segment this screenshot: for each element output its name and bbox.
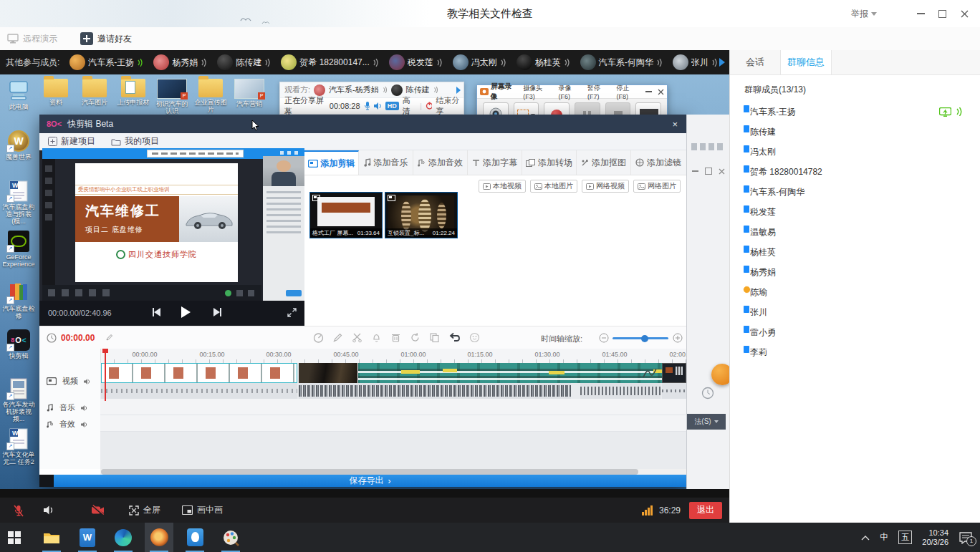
member-row[interactable]: 陈瑜 [730,282,980,302]
report-button[interactable]: 举报 [851,6,877,21]
member-row[interactable]: 汽车系-何陶华 [730,182,980,202]
camera-off-icon[interactable] [91,505,105,515]
start-button[interactable] [0,523,29,552]
member-row[interactable]: 冯太刚 [730,142,980,162]
sfx-track[interactable] [100,415,686,432]
member-row[interactable]: 陈传建 [730,122,980,142]
play-button[interactable] [181,306,191,318]
prev-frame-button[interactable] [153,308,160,316]
minimize-icon[interactable] [645,91,652,92]
music-track[interactable] [100,399,686,415]
member-row[interactable]: 杨桂英 [730,242,980,262]
desktop-icon-kuaijianji[interactable]: 8O< ↗ 快剪辑 [0,329,37,359]
close-icon[interactable] [658,89,664,95]
new-project-button[interactable]: 新建项目 [48,135,95,147]
scrollbar-thumb[interactable] [101,469,638,475]
taskbar-edge[interactable] [109,523,138,552]
member-row[interactable]: 贺希 18280014782 [730,162,980,182]
zoom-out-icon[interactable] [599,333,609,343]
my-projects-button[interactable]: 我的项目 [111,135,159,147]
speaker-on-icon[interactable] [43,505,55,515]
desktop-icon-videos[interactable]: ↗ 各汽车发动机拆装视频... [0,378,37,422]
participant[interactable]: 冯太刚 [453,54,506,70]
desktop-icon-word-doc2[interactable]: W ↗ 汽车文化单元二 任务2 [0,428,37,465]
minimize-button[interactable] [917,6,925,21]
tab-conversation[interactable]: 会话 [730,50,780,74]
taskbar-wps[interactable]: W [73,523,102,552]
member-row[interactable]: 汽车系-王扬 [730,102,980,122]
participant[interactable]: 汽车系-王扬 [69,54,143,70]
hd-label[interactable]: 高清 [403,95,416,117]
end-share-button[interactable]: 结束分享 [436,95,463,117]
media-clip-1[interactable]: 格式工厂 屏幕...01:33.64 [309,192,383,238]
participant[interactable]: 张川 [673,54,718,70]
edit-icon[interactable] [332,332,343,343]
ime-shape-indicator[interactable]: 五 [898,531,912,544]
undo-icon[interactable] [448,332,461,343]
desktop-icon-ppt[interactable]: P 汽车营销 [231,77,268,107]
menu-stop[interactable]: 停止(F8) [617,84,640,100]
desktop-icon-this-pc[interactable]: 此电脑 [0,80,37,110]
tab-add-keying[interactable]: 添加抠图 [577,150,631,175]
member-row[interactable]: 张川 [730,302,980,322]
fullscreen-button[interactable]: 全屏 [129,504,160,516]
invite-friends-button[interactable]: 邀请好友 [80,32,132,46]
member-row[interactable]: 李莉 [730,342,980,362]
editor-close-button[interactable]: × [672,119,678,130]
desktop-icon-folder[interactable]: 企业宣传图片 [192,77,229,113]
delete-icon[interactable] [390,332,401,343]
member-row[interactable]: 税发莲 [730,202,980,222]
menu-record[interactable]: 录像(F6) [559,84,582,100]
media-clip-2[interactable]: 互锁装置_标...01:22.24 [385,192,458,238]
participant[interactable]: 杨秀娟 [153,54,207,70]
speaker-icon[interactable] [373,102,381,110]
copy-icon[interactable] [429,332,440,343]
tab-group-info[interactable]: 群聊信息 [780,50,832,74]
participant[interactable]: 贺希 182800147... [281,54,378,70]
tray-expand-icon[interactable] [861,535,870,541]
local-video-button[interactable]: 本地视频 [479,180,526,193]
desktop-icon-folder[interactable]: 资料 [37,77,75,106]
tab-add-subtitle[interactable]: 添加字幕 [468,150,522,175]
taskbar-file-explorer[interactable] [37,523,66,552]
zoom-slider[interactable] [612,337,668,339]
maximize-button[interactable] [938,6,946,21]
participant[interactable]: 杨桂英 [517,54,570,70]
redo-smile-icon[interactable] [469,332,480,343]
minimize-icon[interactable] [692,170,698,172]
video-clip-slides[interactable] [101,363,297,383]
desktop-icon-ppt[interactable]: P 初识汽车的认识 [153,77,191,115]
speaker-icon[interactable] [81,421,89,428]
mute-bell-icon[interactable] [371,332,382,343]
timeline-ruler[interactable]: 00:00.00 00:15.00 00:30.00 00:45.00 01:0… [100,349,686,364]
web-image-button[interactable]: 网络图片 [633,180,681,193]
taskbar-qq[interactable] [181,523,209,552]
timeline-scrollbar[interactable] [100,469,686,475]
zoom-slider-knob[interactable] [641,335,648,342]
local-image-button[interactable]: 本地图片 [530,180,577,193]
taskbar-paint[interactable] [216,523,245,552]
maximize-icon[interactable] [705,168,712,175]
tab-add-filter[interactable]: 添加滤镜 [631,150,686,175]
mic-off-icon[interactable] [13,504,24,517]
scroll-right-icon[interactable] [719,58,725,67]
member-row[interactable]: 雷小勇 [730,322,980,342]
video-clip-last[interactable] [662,363,686,383]
clock[interactable]: 10:34 20/3/26 [922,528,948,547]
desktop-icon-folder-doc[interactable]: ↗ 汽车底盘检修 [0,282,37,319]
bg-window-button[interactable]: 法(S) [687,414,726,430]
desktop-icon-geforce[interactable]: ↗ GeForce Experience [0,231,37,268]
menu-pause[interactable]: 暂停(F7) [587,84,611,100]
next-frame-button[interactable] [213,308,221,316]
web-video-button[interactable]: 网络视频 [582,180,629,193]
cut-icon[interactable] [352,332,362,343]
close-button[interactable] [961,6,969,21]
ime-lang-indicator[interactable]: 中 [880,531,888,543]
participant[interactable]: 陈传建 [217,54,271,70]
desktop-icon-wow[interactable]: W ↗ 魔兽世界 [0,130,37,160]
speaker-icon[interactable] [84,378,92,385]
notification-center-button[interactable]: 1 [959,531,973,544]
playhead[interactable] [105,349,106,401]
desktop-icon-folder[interactable]: 上传申报材 [115,77,152,106]
tab-add-music[interactable]: 添加音乐 [359,150,413,175]
